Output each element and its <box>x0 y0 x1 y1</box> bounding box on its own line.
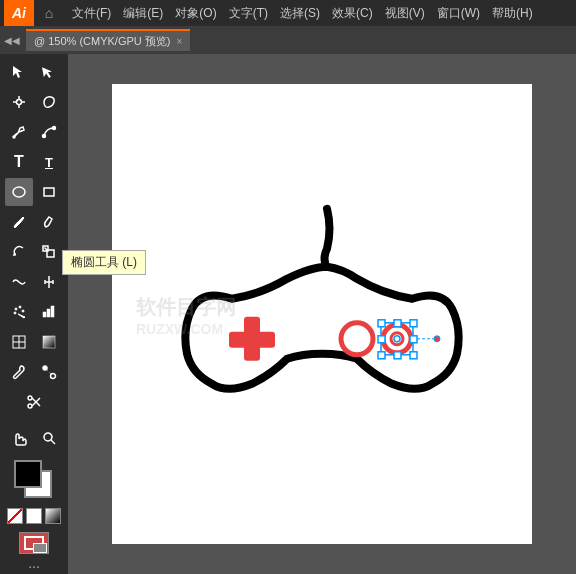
svg-marker-1 <box>42 66 53 79</box>
ellipse-tool-button[interactable] <box>5 178 33 206</box>
stroke-swatch[interactable] <box>14 460 42 488</box>
canvas-area[interactable]: 软件目字网 RUZXW.COM <box>68 54 576 574</box>
menu-text[interactable]: 文字(T) <box>223 0 274 26</box>
direct-selection-tool-button[interactable] <box>35 58 63 86</box>
gradient-swatch[interactable] <box>45 508 61 524</box>
svg-point-10 <box>13 187 25 197</box>
mesh-tool-button[interactable] <box>5 328 33 356</box>
menu-file[interactable]: 文件(F) <box>66 0 117 26</box>
svg-point-55 <box>434 336 440 342</box>
svg-point-7 <box>13 136 15 138</box>
svg-line-14 <box>45 248 48 251</box>
gradient-tool-button[interactable] <box>35 328 63 356</box>
tab-bar: ◀◀ @ 150% (CMYK/GPU 预览) × <box>0 26 576 54</box>
svg-point-37 <box>44 433 52 441</box>
app-logo: Ai <box>4 0 34 26</box>
svg-point-20 <box>19 306 21 308</box>
svg-point-53 <box>394 336 400 342</box>
magic-wand-tool-button[interactable] <box>5 88 33 116</box>
menu-effect[interactable]: 效果(C) <box>326 0 379 26</box>
none-swatch[interactable] <box>7 508 23 524</box>
menu-select[interactable]: 选择(S) <box>274 0 326 26</box>
menu-bar: Ai ⌂ 文件(F) 编辑(E) 对象(O) 文字(T) 选择(S) 效果(C)… <box>0 0 576 26</box>
stacking-buttons <box>19 532 49 554</box>
artboard <box>112 84 532 544</box>
svg-marker-0 <box>13 66 22 78</box>
svg-rect-45 <box>378 320 385 327</box>
lasso-tool-button[interactable] <box>35 88 63 116</box>
svg-line-38 <box>51 440 55 444</box>
menu-object[interactable]: 对象(O) <box>169 0 222 26</box>
home-icon[interactable]: ⌂ <box>38 0 60 26</box>
eyedropper-tool-button[interactable] <box>5 358 33 386</box>
tool-group-lasso <box>0 88 68 116</box>
rotate-tool-button[interactable] <box>5 238 33 266</box>
blob-brush-tool-button[interactable] <box>35 208 63 236</box>
tool-group-scissors <box>0 388 68 416</box>
color-swatches[interactable] <box>12 458 56 502</box>
scissors-tool-button[interactable] <box>20 388 48 416</box>
scale-tool-button[interactable] <box>35 238 63 266</box>
tool-group-nav <box>0 424 68 452</box>
blend-tool-button[interactable] <box>35 358 63 386</box>
svg-rect-23 <box>43 312 46 317</box>
svg-rect-52 <box>378 336 385 343</box>
symbol-sprayer-tool-button[interactable] <box>5 298 33 326</box>
touch-type-tool-button[interactable]: T <box>35 148 63 176</box>
svg-point-19 <box>15 308 17 310</box>
tool-group-eyedropper <box>0 358 68 386</box>
tab-close-button[interactable]: × <box>176 36 182 47</box>
column-graph-tool-button[interactable] <box>35 298 63 326</box>
svg-point-6 <box>17 100 22 105</box>
controller-illustration <box>172 199 472 439</box>
menu-help[interactable]: 帮助(H) <box>486 0 539 26</box>
tool-group-transform <box>0 238 68 266</box>
selection-tool-button[interactable] <box>5 58 33 86</box>
left-toolbar: T T 椭圆工具 (L) <box>0 54 68 574</box>
tool-group-pen <box>0 118 68 146</box>
main-layout: T T 椭圆工具 (L) <box>0 54 576 574</box>
menu-edit[interactable]: 编辑(E) <box>117 0 169 26</box>
svg-point-33 <box>28 396 32 400</box>
color-mini-swatch[interactable] <box>26 508 42 524</box>
arrange-button[interactable] <box>19 532 49 554</box>
warp-tool-button[interactable] <box>5 268 33 296</box>
pen-tool-button[interactable] <box>5 118 33 146</box>
svg-rect-47 <box>410 320 417 327</box>
tool-group-mesh <box>0 328 68 356</box>
svg-rect-49 <box>410 352 417 359</box>
panel-collapse-button[interactable]: ◀◀ <box>4 30 20 50</box>
svg-rect-40 <box>229 332 275 348</box>
type-tool-button[interactable]: T <box>5 148 33 176</box>
svg-rect-11 <box>44 188 54 196</box>
svg-point-34 <box>28 404 32 408</box>
document-tab[interactable]: @ 150% (CMYK/GPU 预览) × <box>26 29 190 51</box>
more-tools-button[interactable]: ··· <box>28 556 40 574</box>
tool-group-type: T T <box>0 148 68 176</box>
svg-rect-46 <box>394 320 401 327</box>
svg-point-8 <box>43 135 46 138</box>
rectangle-tool-button[interactable] <box>35 178 63 206</box>
svg-rect-24 <box>47 309 50 317</box>
swatch-mini-row <box>7 508 61 524</box>
curvature-tool-button[interactable] <box>35 118 63 146</box>
svg-rect-51 <box>378 352 385 359</box>
svg-rect-50 <box>394 352 401 359</box>
menu-view[interactable]: 视图(V) <box>379 0 431 26</box>
color-area: ··· <box>0 454 68 574</box>
tool-group-select <box>0 58 68 86</box>
svg-rect-25 <box>51 306 54 317</box>
paintbrush-tool-button[interactable] <box>5 208 33 236</box>
svg-point-31 <box>51 374 56 379</box>
tool-group-warp <box>0 268 68 296</box>
menu-window[interactable]: 窗口(W) <box>431 0 486 26</box>
svg-point-22 <box>14 312 16 314</box>
tool-group-brush <box>0 208 68 236</box>
svg-point-21 <box>22 310 24 312</box>
hand-tool-button[interactable] <box>5 424 33 452</box>
width-tool-button[interactable] <box>35 268 63 296</box>
zoom-tool-button[interactable] <box>35 424 63 452</box>
svg-point-9 <box>53 127 56 130</box>
svg-rect-48 <box>410 336 417 343</box>
tool-group-symbol <box>0 298 68 326</box>
